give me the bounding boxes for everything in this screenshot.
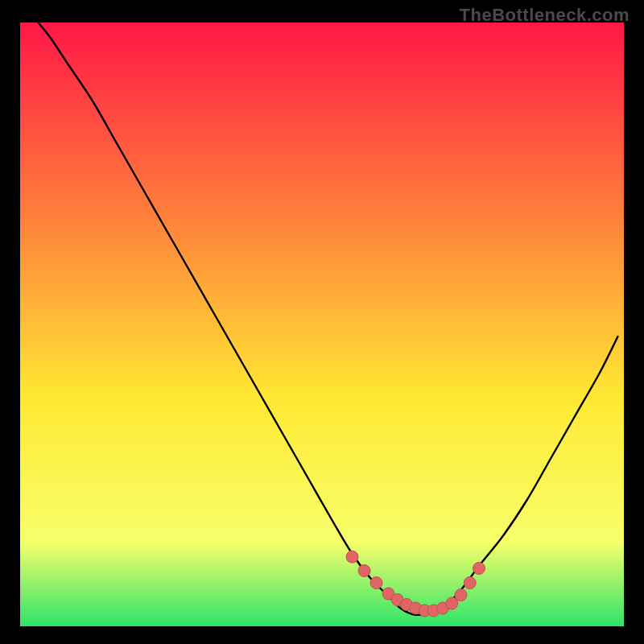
highlight-dot (358, 565, 370, 577)
highlight-dot (370, 577, 382, 589)
highlight-dot (346, 551, 358, 563)
highlight-dot (464, 577, 476, 589)
highlight-dot (473, 563, 485, 575)
plot-area (20, 23, 624, 626)
gradient-background (20, 23, 624, 626)
plot-svg (20, 23, 624, 626)
chart-frame: TheBottleneck.com (0, 0, 644, 644)
highlight-dot (455, 589, 467, 601)
